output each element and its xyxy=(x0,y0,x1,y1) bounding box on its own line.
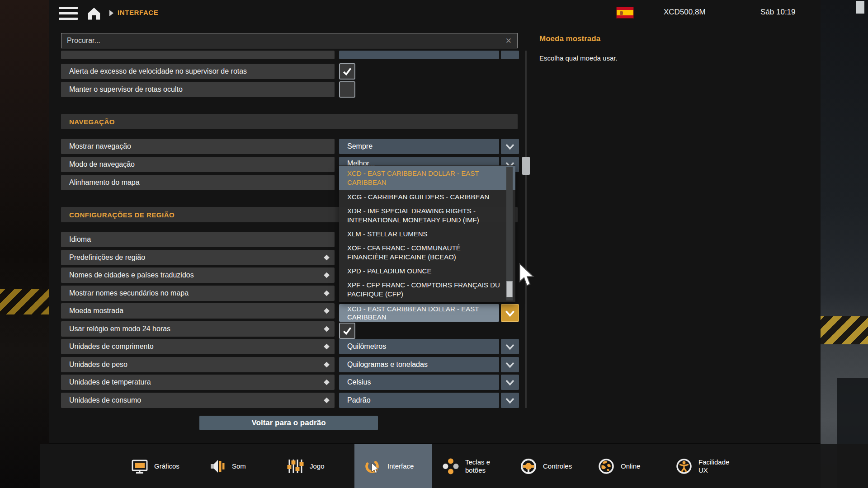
clipped-setting-dropdown[interactable] xyxy=(339,51,499,59)
mouse-cursor xyxy=(519,263,536,287)
currency-option[interactable]: XCG - CARRIBEAN GUILDERS - CARIBBEAN xyxy=(339,190,515,204)
hazard-stripes-right xyxy=(821,316,868,344)
setting-row-secondary-names[interactable]: Mostrar nomes secundários no mapa xyxy=(61,286,335,301)
game-clock: Sáb 10:19 xyxy=(760,8,796,17)
currency-option[interactable]: XOF - CFA FRANC - COMMUNAUTÉ FINANCIÈRE … xyxy=(339,241,515,264)
sliders-icon xyxy=(287,458,304,475)
settings-scrollbar-track[interactable] xyxy=(525,51,527,408)
chevron-down-icon xyxy=(504,308,516,319)
chevron-down-icon xyxy=(504,395,516,405)
clipped-dropdown-button[interactable] xyxy=(501,51,519,59)
setting-row-length-units[interactable]: Unidades de comprimento xyxy=(61,339,335,354)
weight-units-dropdown[interactable]: Quilogramas e toneladas xyxy=(339,357,499,372)
currency-option[interactable]: XDR - IMF SPECIAL DRAWING RIGHTS - INTER… xyxy=(339,204,515,227)
setting-label: Unidades de comprimento xyxy=(69,343,154,351)
steering-wheel-icon xyxy=(520,458,537,475)
check-icon xyxy=(342,325,353,336)
home-icon[interactable] xyxy=(86,5,102,21)
tab-online[interactable]: Online xyxy=(588,444,665,488)
search-input[interactable]: Procurar... ✕ xyxy=(61,33,518,48)
consumption-units-dropdown[interactable]: Padrão xyxy=(339,393,499,408)
tab-accessibility[interactable]: Facilidade UX xyxy=(665,444,743,488)
accessibility-icon xyxy=(675,458,693,475)
check-icon xyxy=(342,66,353,77)
dropdown-value: Padrão xyxy=(347,396,371,404)
setting-label: Unidades de temperatura xyxy=(69,378,151,386)
length-units-dropdown-button[interactable] xyxy=(501,339,519,354)
setting-row-map-alignment[interactable]: Alinhamento do mapa xyxy=(61,175,335,190)
tab-label: Jogo xyxy=(310,462,325,470)
monitor-icon xyxy=(131,458,148,475)
show-navigation-dropdown[interactable]: Sempre xyxy=(339,139,499,154)
currency-option[interactable]: XPT - PLATINUM OUNCE xyxy=(339,301,515,302)
setting-row-24h-clock[interactable]: Usar relógio em modo 24 horas xyxy=(61,321,335,337)
tab-label: Facilidade UX xyxy=(698,458,740,474)
clock-24h-checkbox[interactable] xyxy=(339,323,355,339)
temperature-units-dropdown-button[interactable] xyxy=(501,375,519,390)
tab-gameplay[interactable]: Jogo xyxy=(277,444,354,488)
setting-row-navigation-mode[interactable]: Modo de navegação xyxy=(61,157,335,172)
setting-label: Modo de navegação xyxy=(69,160,135,169)
clipped-setting-row[interactable] xyxy=(61,51,335,59)
setting-row-hide-advisor[interactable]: Manter o supervisor de rotas oculto xyxy=(61,82,335,97)
screen-scrollbar-thumb[interactable] xyxy=(856,1,864,14)
setting-row-region-presets[interactable]: Predefinições de região xyxy=(61,250,335,265)
currency-select[interactable]: XCD - EAST CARIBBEAN DOLLAR - EAST CARIB… xyxy=(339,304,499,322)
section-header-navigation: NAVEGAÇÃO xyxy=(61,114,518,129)
search-clear-icon[interactable]: ✕ xyxy=(505,36,512,46)
currency-option[interactable]: XPF - CFP FRANC - COMPTOIRS FRANÇAIS DU … xyxy=(339,278,515,301)
currency-select-button[interactable] xyxy=(501,304,519,322)
modified-diamond-icon xyxy=(324,380,330,385)
setting-label: Moeda mostrada xyxy=(69,307,123,315)
tab-graphics[interactable]: Gráficos xyxy=(121,444,199,488)
speed-alert-checkbox[interactable] xyxy=(339,63,355,80)
temperature-units-dropdown[interactable]: Celsius xyxy=(339,375,499,390)
modified-diamond-icon xyxy=(324,272,330,278)
dropdown-scrollbar-track[interactable] xyxy=(506,167,513,300)
weight-units-dropdown-button[interactable] xyxy=(501,357,519,372)
tab-keys-buttons[interactable]: Teclas e botões xyxy=(432,444,510,488)
gamepad-dpad-icon xyxy=(442,458,459,475)
setting-label: Predefinições de região xyxy=(69,253,145,262)
currency-selected-value: XCD - EAST CARIBBEAN DOLLAR - EAST CARIB… xyxy=(347,305,499,321)
chevron-down-icon xyxy=(504,360,516,370)
modified-diamond-icon xyxy=(324,326,330,332)
player-money: XCD500,8M xyxy=(664,8,718,17)
setting-row-show-navigation[interactable]: Mostrar navegação xyxy=(61,139,335,154)
show-navigation-dropdown-button[interactable] xyxy=(501,139,519,154)
currency-option[interactable]: XPD - PALLADIUM OUNCE xyxy=(339,264,515,278)
info-panel-title: Moeda mostrada xyxy=(539,34,600,43)
settings-panel: INTERFACE XCD500,8M Sáb 10:19 Procurar..… xyxy=(49,0,821,443)
setting-row-translated-names[interactable]: Nomes de cidades e países traduzidos xyxy=(61,267,335,283)
tab-label: Controles xyxy=(543,462,572,470)
setting-label: Manter o supervisor de rotas oculto xyxy=(69,85,183,94)
consumption-units-dropdown-button[interactable] xyxy=(501,393,519,408)
setting-row-temperature-units[interactable]: Unidades de temperatura xyxy=(61,375,335,390)
modified-diamond-icon xyxy=(324,344,330,350)
chevron-down-icon xyxy=(504,342,516,352)
currency-option-highlighted[interactable]: XCD - EAST CARIBBEAN DOLLAR - EAST CARIB… xyxy=(339,166,515,190)
search-placeholder: Procurar... xyxy=(67,37,505,45)
setting-label: Alerta de excesso de velocidade no super… xyxy=(69,67,247,75)
tab-sound[interactable]: Som xyxy=(199,444,277,488)
setting-row-weight-units[interactable]: Unidades de peso xyxy=(61,357,335,372)
setting-row-speed-alert[interactable]: Alerta de excesso de velocidade no super… xyxy=(61,64,335,79)
speaker-icon xyxy=(209,458,226,475)
hazard-stripes-left xyxy=(0,289,49,314)
reset-to-default-button[interactable]: Voltar para o padrão xyxy=(199,416,378,430)
setting-row-consumption-units[interactable]: Unidades de consumo xyxy=(61,393,335,408)
modified-diamond-icon xyxy=(324,398,330,404)
tab-interface[interactable]: Interface xyxy=(354,444,432,488)
breadcrumb: INTERFACE xyxy=(118,9,158,16)
length-units-dropdown[interactable]: Quilômetros xyxy=(339,339,499,354)
dropdown-value: Celsius xyxy=(347,378,371,386)
modified-diamond-icon xyxy=(324,291,330,296)
dropdown-scrollbar-thumb[interactable] xyxy=(506,281,513,297)
currency-option[interactable]: XLM - STELLAR LUMENS xyxy=(339,227,515,241)
menu-icon[interactable] xyxy=(59,7,78,20)
settings-scrollbar-thumb[interactable] xyxy=(522,157,530,175)
setting-row-displayed-currency[interactable]: Moeda mostrada xyxy=(61,303,335,319)
hide-advisor-checkbox[interactable] xyxy=(339,81,355,98)
tab-controls[interactable]: Controles xyxy=(510,444,588,488)
setting-row-language[interactable]: Idioma xyxy=(61,232,335,247)
